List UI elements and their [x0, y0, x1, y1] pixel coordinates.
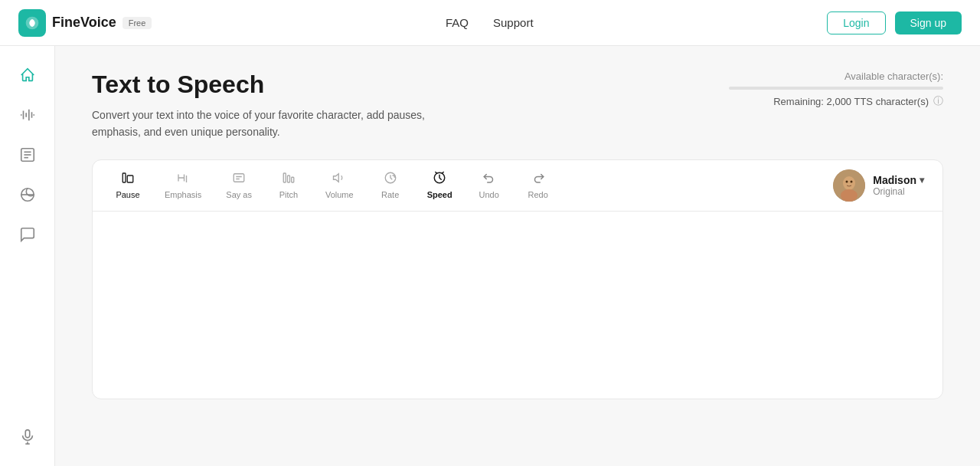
voice-selector[interactable]: Madison ▾ Original: [827, 166, 930, 205]
svg-rect-8: [25, 430, 30, 438]
tool-pitch[interactable]: Pitch: [266, 166, 312, 204]
voice-avatar: [833, 169, 865, 202]
tool-pause[interactable]: Pause: [105, 166, 151, 204]
nav-support[interactable]: Support: [493, 16, 534, 29]
tool-pitch-label: Pitch: [279, 190, 298, 199]
chars-info: Available character(s): Remaining: 2,000…: [729, 71, 943, 108]
tool-volume-label: Volume: [325, 190, 354, 199]
tool-speed[interactable]: Speed: [416, 166, 463, 204]
nav-faq[interactable]: FAQ: [446, 16, 469, 29]
main-content: Text to Speech Convert your text into th…: [55, 46, 980, 466]
voice-type: Original: [873, 186, 924, 197]
sidebar-item-mic[interactable]: [11, 420, 44, 454]
page-title: Text to Speech: [92, 71, 475, 99]
tool-pause-label: Pause: [116, 190, 139, 199]
login-button[interactable]: Login: [827, 11, 885, 34]
header: FineVoice Free FAQ Support Login Sign up: [0, 0, 980, 46]
tool-rate[interactable]: Rate: [368, 166, 413, 204]
say-as-icon: [232, 171, 246, 187]
logo-text: FineVoice: [52, 15, 116, 31]
redo-icon: [531, 171, 545, 187]
svg-rect-12: [127, 176, 133, 182]
sidebar-item-waveform[interactable]: [11, 98, 44, 132]
header-actions: Login Sign up: [827, 11, 962, 34]
svg-rect-11: [122, 173, 126, 182]
tool-volume[interactable]: Volume: [315, 166, 364, 204]
svg-rect-17: [234, 174, 244, 182]
toolbar: Pause Emphasis: [93, 160, 942, 212]
voice-name: Madison ▾: [873, 174, 924, 186]
svg-point-29: [846, 180, 848, 182]
svg-rect-21: [287, 176, 289, 182]
sidebar-item-home[interactable]: [11, 58, 44, 92]
chars-remaining: Remaining: 2,000 TTS character(s) ⓘ: [729, 94, 943, 108]
logo-area: FineVoice Free: [18, 9, 152, 37]
text-area: [93, 212, 942, 399]
tool-undo[interactable]: Undo: [466, 166, 512, 204]
undo-icon: [482, 171, 496, 187]
svg-point-30: [851, 180, 853, 182]
speed-icon: [433, 171, 446, 187]
free-badge: Free: [122, 17, 152, 29]
chars-bar: [729, 87, 943, 90]
sidebar-item-link[interactable]: [11, 178, 44, 212]
sidebar: [0, 46, 55, 466]
svg-rect-20: [283, 173, 286, 182]
layout: Text to Speech Convert your text into th…: [0, 46, 980, 466]
page-description: Convert your text into the voice of your…: [92, 107, 475, 141]
tool-emphasis-label: Emphasis: [165, 190, 201, 199]
pitch-icon: [282, 171, 296, 187]
svg-marker-23: [334, 174, 339, 182]
sidebar-item-list[interactable]: [11, 138, 44, 172]
info-icon[interactable]: ⓘ: [933, 94, 943, 108]
header-nav: FAQ Support: [446, 16, 534, 29]
chevron-down-icon: ▾: [920, 175, 924, 185]
volume-icon: [332, 171, 346, 187]
editor-card: Pause Emphasis: [92, 159, 943, 399]
voice-info: Madison ▾ Original: [873, 174, 924, 197]
tool-say-as-label: Say as: [226, 190, 252, 199]
text-input[interactable]: [111, 227, 924, 380]
pause-icon: [121, 171, 135, 187]
svg-point-28: [841, 189, 858, 202]
tool-rate-label: Rate: [381, 190, 399, 199]
tool-undo-label: Undo: [479, 190, 499, 199]
svg-point-1: [31, 21, 34, 25]
signup-button[interactable]: Sign up: [895, 11, 962, 34]
tool-say-as[interactable]: Say as: [215, 166, 263, 204]
tool-redo-label: Redo: [528, 190, 548, 199]
logo-icon: [18, 9, 46, 37]
tool-speed-label: Speed: [427, 190, 452, 199]
emphasis-icon: [176, 171, 190, 187]
svg-rect-22: [292, 178, 294, 183]
chars-label: Available character(s):: [729, 71, 943, 82]
svg-point-27: [843, 176, 855, 190]
tool-emphasis[interactable]: Emphasis: [154, 166, 212, 204]
sidebar-item-chat[interactable]: [11, 218, 44, 251]
tool-redo[interactable]: Redo: [515, 166, 561, 204]
rate-icon: [384, 171, 397, 187]
